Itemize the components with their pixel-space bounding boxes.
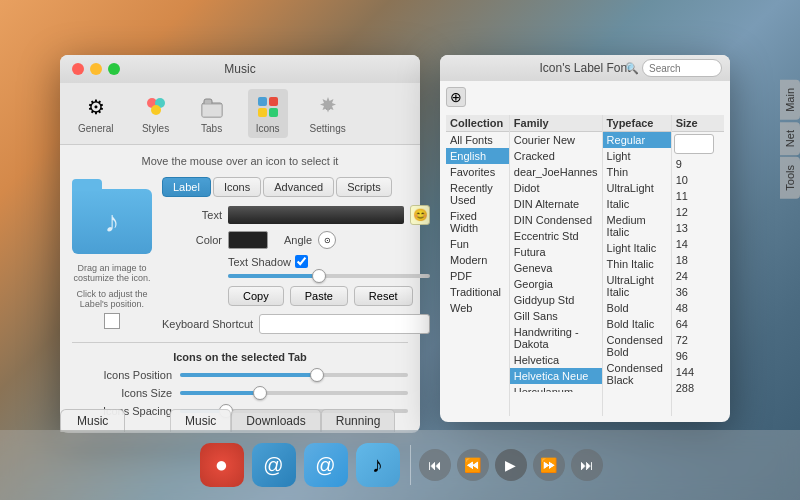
font-resize-up[interactable]: ⊕ xyxy=(446,87,466,107)
typeface-bold-italic[interactable]: Bold Italic xyxy=(603,316,671,332)
toolbar-icons[interactable]: Icons xyxy=(248,89,288,138)
toolbar-styles[interactable]: Styles xyxy=(136,89,176,138)
reset-button[interactable]: Reset xyxy=(354,286,413,306)
typeface-thin-italic[interactable]: Thin Italic xyxy=(603,256,671,272)
family-handwriting[interactable]: Handwriting - Dakota xyxy=(510,324,602,352)
icons-size-thumb[interactable] xyxy=(253,386,267,400)
collection-item-traditional[interactable]: Traditional xyxy=(446,284,509,300)
font-search-input[interactable] xyxy=(642,59,722,77)
text-input[interactable] xyxy=(228,206,404,224)
media-play-button[interactable]: ▶ xyxy=(495,449,527,481)
sub-tab-running[interactable]: Running xyxy=(321,409,396,432)
toolbar-tabs[interactable]: Tabs xyxy=(192,89,232,138)
family-courier[interactable]: Courier New xyxy=(510,132,602,148)
shadow-slider-thumb[interactable] xyxy=(312,269,326,283)
size-11[interactable]: 11 xyxy=(672,188,724,204)
sub-tab-downloads[interactable]: Downloads xyxy=(231,409,320,432)
family-futura[interactable]: Futura xyxy=(510,244,602,260)
text-shadow-checkbox[interactable] xyxy=(295,255,308,268)
typeface-regular[interactable]: Regular xyxy=(603,132,671,148)
typeface-thin[interactable]: Thin xyxy=(603,164,671,180)
collection-item-web[interactable]: Web xyxy=(446,300,509,316)
size-144[interactable]: 144 xyxy=(672,364,724,380)
size-12[interactable]: 12 xyxy=(672,204,724,220)
typeface-medium-italic[interactable]: Medium Italic xyxy=(603,212,671,240)
typeface-bold[interactable]: Bold xyxy=(603,300,671,316)
family-geneva[interactable]: Geneva xyxy=(510,260,602,276)
typeface-light-italic[interactable]: Light Italic xyxy=(603,240,671,256)
collection-item-favorites[interactable]: Favorites xyxy=(446,164,509,180)
family-herculanum[interactable]: Herculanum xyxy=(510,384,602,392)
app-tab-music[interactable]: Music xyxy=(60,409,125,432)
collection-item-fun[interactable]: Fun xyxy=(446,236,509,252)
action-buttons: Copy Paste Reset xyxy=(162,286,430,306)
media-prev-button[interactable]: ⏮ xyxy=(419,449,451,481)
collection-item-modern[interactable]: Modern xyxy=(446,252,509,268)
family-gill[interactable]: Gill Sans xyxy=(510,308,602,324)
family-didot[interactable]: Didot xyxy=(510,180,602,196)
media-forward-button[interactable]: ⏩ xyxy=(533,449,565,481)
sidebar-tool-net[interactable]: Net xyxy=(780,122,800,155)
family-eccentric[interactable]: Eccentric Std xyxy=(510,228,602,244)
collection-item-recently[interactable]: Recently Used xyxy=(446,180,509,208)
toolbar-general[interactable]: ⚙ General xyxy=(72,89,120,138)
minimize-button[interactable] xyxy=(90,63,102,75)
media-next-button[interactable]: ⏭ xyxy=(571,449,603,481)
icons-position-thumb[interactable] xyxy=(310,368,324,382)
copy-button[interactable]: Copy xyxy=(228,286,284,306)
sidebar-tool-tools[interactable]: Tools xyxy=(780,157,800,199)
collection-item-all[interactable]: All Fonts xyxy=(446,132,509,148)
dock-icon-2[interactable]: @ xyxy=(250,441,298,489)
family-helvetica-neue[interactable]: Helvetica Neue xyxy=(510,368,602,384)
size-72[interactable]: 72 xyxy=(672,332,724,348)
tab-label[interactable]: Label xyxy=(162,177,211,197)
typeface-italic[interactable]: Italic xyxy=(603,196,671,212)
collection-item-english[interactable]: English xyxy=(446,148,509,164)
close-button[interactable] xyxy=(72,63,84,75)
emoji-button[interactable]: 😊 xyxy=(410,205,430,225)
size-24[interactable]: 24 xyxy=(672,268,724,284)
collection-item-fixed[interactable]: Fixed Width xyxy=(446,208,509,236)
family-helvetica[interactable]: Helvetica xyxy=(510,352,602,368)
color-swatch[interactable] xyxy=(228,231,268,249)
icon-adjust-box[interactable] xyxy=(104,313,120,329)
family-din-alt[interactable]: DIN Alternate xyxy=(510,196,602,212)
keyboard-input[interactable] xyxy=(259,314,430,334)
tab-scripts[interactable]: Scripts xyxy=(336,177,392,197)
collection-item-pdf[interactable]: PDF xyxy=(446,268,509,284)
media-rewind-button[interactable]: ⏪ xyxy=(457,449,489,481)
family-georgia[interactable]: Georgia xyxy=(510,276,602,292)
tab-icons[interactable]: Icons xyxy=(213,177,261,197)
family-cracked[interactable]: Cracked xyxy=(510,148,602,164)
maximize-button[interactable] xyxy=(108,63,120,75)
size-14[interactable]: 14 xyxy=(672,236,724,252)
dock-icon-music[interactable]: ♪ xyxy=(354,441,402,489)
typeface-ultralight-italic[interactable]: UltraLight Italic xyxy=(603,272,671,300)
size-input[interactable]: 33 xyxy=(674,134,714,154)
text-shadow-label: Text Shadow xyxy=(228,256,291,268)
size-13[interactable]: 13 xyxy=(672,220,724,236)
size-18[interactable]: 18 xyxy=(672,252,724,268)
typeface-light[interactable]: Light xyxy=(603,148,671,164)
family-giddyup[interactable]: Giddyup Std xyxy=(510,292,602,308)
paste-button[interactable]: Paste xyxy=(290,286,348,306)
sidebar-tool-main[interactable]: Main xyxy=(780,80,800,120)
tab-advanced[interactable]: Advanced xyxy=(263,177,334,197)
typeface-ultralight[interactable]: UltraLight xyxy=(603,180,671,196)
size-10[interactable]: 10 xyxy=(672,172,724,188)
size-48[interactable]: 48 xyxy=(672,300,724,316)
dock-icon-1[interactable]: ● xyxy=(198,441,246,489)
dock-icon-3[interactable]: @ xyxy=(302,441,350,489)
family-din-cond[interactable]: DIN Condensed xyxy=(510,212,602,228)
angle-control[interactable]: ⊙ xyxy=(318,231,336,249)
size-288[interactable]: 288 xyxy=(672,380,724,396)
size-96[interactable]: 96 xyxy=(672,348,724,364)
size-64[interactable]: 64 xyxy=(672,316,724,332)
size-36[interactable]: 36 xyxy=(672,284,724,300)
size-9[interactable]: 9 xyxy=(672,156,724,172)
toolbar-settings[interactable]: Settings xyxy=(304,89,352,138)
family-dear[interactable]: dear_JoeHannes xyxy=(510,164,602,180)
sub-tab-music[interactable]: Music xyxy=(170,409,231,432)
typeface-condensed-black[interactable]: Condensed Black xyxy=(603,360,671,388)
typeface-condensed-bold[interactable]: Condensed Bold xyxy=(603,332,671,360)
